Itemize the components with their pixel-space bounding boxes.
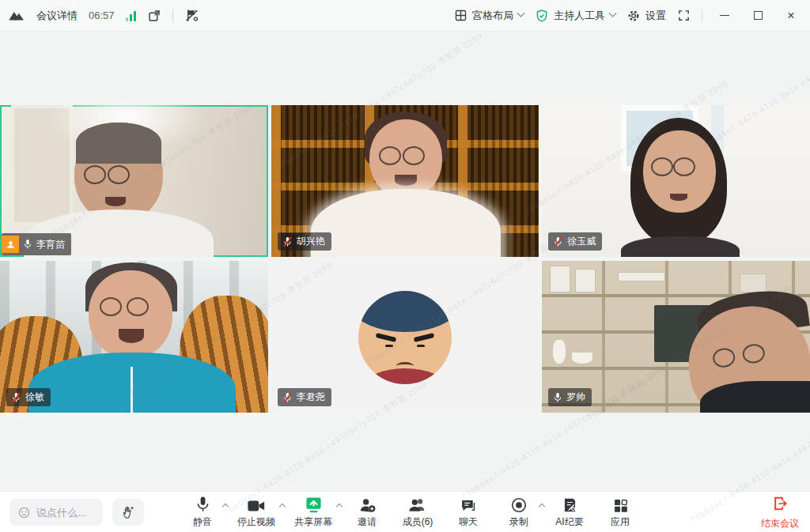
chevron-down-icon (609, 9, 617, 17)
shelf-box (550, 266, 570, 292)
participant-avatar (358, 291, 452, 384)
glasses (100, 297, 149, 316)
mute-label: 静音 (193, 515, 212, 529)
close-button[interactable]: × (780, 6, 802, 26)
minimize-button[interactable] (713, 6, 736, 26)
invite-label: 邀请 (358, 515, 377, 529)
avatar-eye (417, 345, 425, 347)
mic-muted-icon (282, 392, 293, 403)
shelf-box (575, 269, 596, 292)
mouth (105, 197, 126, 206)
settings-label: 设置 (645, 9, 666, 23)
open-external-icon[interactable] (147, 9, 161, 23)
glasses (379, 146, 425, 164)
fullscreen-button[interactable] (677, 9, 691, 22)
quick-chat-input[interactable] (36, 507, 100, 519)
grid-layout-icon (454, 9, 467, 22)
share-screen-button[interactable]: 共享屏幕 (294, 495, 332, 529)
share-options-chevron[interactable] (336, 504, 343, 510)
host-tools-button[interactable]: 主持人工具 (535, 9, 615, 23)
shelf-box (740, 274, 766, 292)
mic-on-icon (23, 239, 32, 250)
avatar-collar (365, 368, 445, 384)
mic-icon (195, 495, 211, 514)
mouth (119, 329, 144, 343)
end-meeting-icon (771, 495, 789, 515)
settings-button[interactable]: 设置 (626, 9, 666, 23)
mic-muted-icon (11, 392, 21, 403)
participant-shirt (621, 236, 740, 257)
share-screen-label: 共享屏幕 (294, 515, 332, 529)
participant-hair (76, 123, 161, 164)
glasses (84, 165, 130, 183)
titlebar-divider (702, 9, 702, 22)
chevron-down-icon (517, 9, 525, 17)
mouth (395, 175, 417, 186)
ai-notes-icon (562, 495, 578, 514)
mute-button[interactable]: 静音 (187, 495, 218, 529)
video-tile-liyumiao[interactable]: 李育苗 (0, 105, 268, 257)
members-icon (408, 495, 427, 514)
raise-hand-button[interactable] (112, 499, 144, 526)
participant-name: 李育苗 (36, 238, 65, 251)
mic-muted-icon (282, 236, 293, 247)
meeting-details-button[interactable]: 会议详情 (36, 9, 78, 23)
layout-menu-label: 宫格布局 (472, 9, 513, 23)
layout-menu-button[interactable]: 宫格布局 (454, 9, 524, 23)
shelf-box (618, 272, 665, 281)
participant-namebar: 李君尧 (278, 388, 331, 406)
bottom-toolbar: 静音 停止视频 共享屏幕 邀请 成员(6) (0, 491, 810, 532)
chat-button[interactable]: 聊天 (452, 495, 484, 529)
meeting-duration: 06:57 (89, 9, 115, 21)
apps-grid-icon (612, 495, 629, 514)
ai-notes-label: AI纪要 (555, 515, 583, 529)
avatar-eyebrow (414, 333, 435, 342)
ai-notes-button[interactable]: AI纪要 (554, 495, 585, 529)
tool-buttons: 静音 停止视频 共享屏幕 邀请 成员(6) (187, 495, 636, 529)
video-options-chevron[interactable] (279, 504, 286, 510)
record-icon (510, 495, 528, 514)
gear-icon (626, 9, 641, 23)
jacket-zipper (131, 367, 133, 413)
apps-button[interactable]: 应用 (604, 495, 636, 529)
maximize-button[interactable] (747, 6, 769, 26)
mic-options-chevron[interactable] (222, 504, 229, 510)
video-tile-lijunyao[interactable]: 李君尧 (271, 261, 539, 413)
avatar-hair (358, 291, 452, 332)
flag-slash-icon[interactable] (184, 8, 199, 23)
stop-video-button[interactable]: 停止视频 (237, 495, 275, 529)
participant-name: 李君尧 (297, 391, 325, 404)
video-grid: 李育苗 胡兴艳 徐玉威 (0, 105, 810, 413)
invite-button[interactable]: 邀请 (351, 495, 383, 529)
chat-label: 聊天 (459, 515, 478, 529)
video-tile-xumin[interactable]: 徐敏 (0, 261, 268, 413)
participant-name: 罗帅 (566, 391, 585, 404)
host-tools-label: 主持人工具 (554, 9, 605, 23)
meeting-details-label: 会议详情 (36, 9, 78, 23)
participant-name: 徐敏 (25, 391, 44, 404)
chat-bubble-icon (460, 495, 477, 514)
network-signal-icon[interactable] (126, 10, 136, 21)
members-button[interactable]: 成员(6) (402, 495, 433, 529)
video-tile-xuyuwei[interactable]: 徐玉威 (542, 105, 810, 257)
shelf-vase (553, 340, 566, 364)
camera-icon (247, 495, 266, 514)
smiley-icon[interactable] (17, 506, 31, 519)
video-stage: 李育苗 胡兴艳 徐玉威 (0, 32, 810, 491)
video-tile-luoshuai[interactable]: 罗帅 (542, 261, 810, 413)
record-options-chevron[interactable] (539, 504, 545, 510)
invite-person-icon (358, 495, 377, 514)
share-screen-icon (305, 495, 323, 514)
members-label: 成员(6) (403, 515, 433, 529)
shield-check-icon (535, 9, 549, 23)
record-button[interactable]: 录制 (503, 495, 535, 529)
end-meeting-label: 结束会议 (761, 517, 799, 530)
mic-on-icon (553, 392, 562, 403)
titlebar-divider (172, 9, 173, 22)
end-meeting-button[interactable]: 结束会议 (761, 495, 799, 530)
quick-chat-pill[interactable] (9, 499, 103, 526)
record-label: 录制 (509, 515, 528, 529)
video-tile-huxingyan[interactable]: 胡兴艳 (271, 105, 539, 257)
glasses (651, 157, 695, 173)
participant-namebar: 罗帅 (548, 388, 592, 406)
